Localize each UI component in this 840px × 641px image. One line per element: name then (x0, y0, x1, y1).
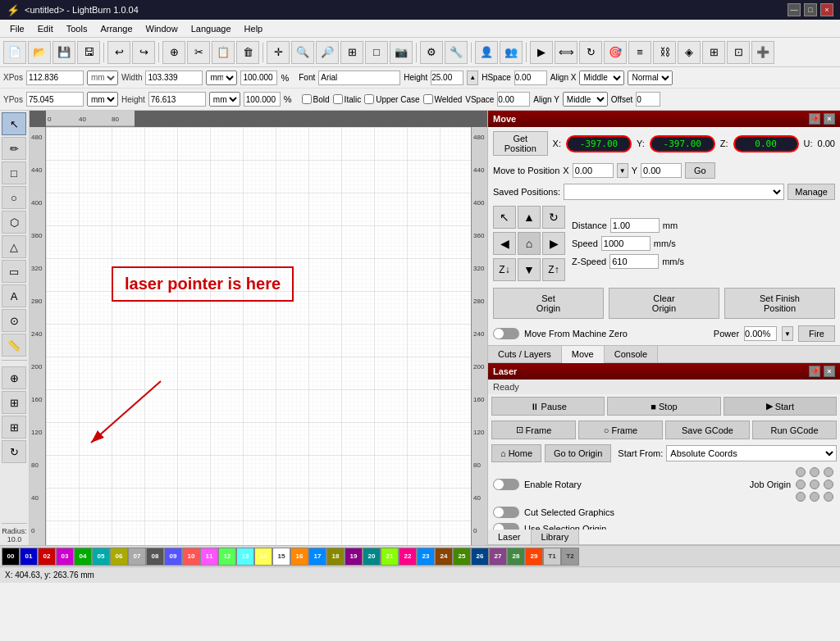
menu-language[interactable]: Language (185, 22, 238, 35)
power-input[interactable] (744, 326, 777, 341)
laser-panel-close[interactable]: × (824, 366, 835, 377)
zoom-in-button[interactable]: 🔍 (291, 41, 314, 64)
move-panel-close[interactable]: × (824, 113, 835, 125)
target-button[interactable]: 🎯 (604, 41, 627, 64)
goto-origin-button[interactable]: Go to Origin (545, 444, 611, 462)
font-height-up[interactable]: ▲ (467, 70, 478, 85)
color-swatch-07[interactable]: 07 (128, 548, 146, 566)
frame1-button[interactable]: ⊡ Frame (491, 421, 576, 439)
layers-button[interactable]: ≡ (628, 41, 651, 64)
color-swatch-19[interactable]: 19 (345, 548, 363, 566)
color-swatch-27[interactable]: 27 (489, 548, 507, 566)
color-swatch-29[interactable]: 29 (525, 548, 543, 566)
menu-help[interactable]: Help (238, 22, 270, 35)
enable-rotary-toggle[interactable] (493, 479, 519, 490)
dir-rotate-cw[interactable]: ↻ (542, 206, 565, 229)
color-swatch-15[interactable]: 15 (272, 548, 290, 566)
camera-button[interactable]: 📷 (390, 41, 413, 64)
copy-button[interactable]: ⊕ (162, 41, 185, 64)
color-swatch-14[interactable]: 14 (254, 548, 272, 566)
pattern-tool[interactable]: ⊞ (2, 416, 26, 439)
new-button[interactable]: 📄 (3, 41, 26, 64)
unit-select2[interactable]: mm (206, 70, 237, 85)
pause-button[interactable]: ⏸ Pause (491, 397, 605, 416)
color-swatch-06[interactable]: 06 (110, 548, 128, 566)
unit-select3[interactable]: mm (87, 92, 118, 107)
menu-window[interactable]: Window (139, 22, 185, 35)
vspace-input[interactable] (497, 92, 530, 107)
home-button[interactable]: ⌂ Home (491, 444, 541, 462)
speed-input[interactable] (601, 236, 651, 251)
canvas-area[interactable]: 0 40 80 120 160 200 240 280 320 360 400 … (30, 111, 487, 545)
cut-button[interactable]: ✂ (187, 41, 210, 64)
welded-check[interactable] (423, 94, 433, 104)
fire-button[interactable]: Fire (798, 325, 835, 342)
undo-button[interactable]: ↩ (107, 41, 130, 64)
width-pct-input[interactable] (240, 70, 277, 85)
manage-button[interactable]: Manage (788, 184, 835, 200)
dir-up[interactable]: ▲ (518, 206, 541, 229)
save-button[interactable]: 💾 (52, 41, 75, 64)
minimize-button[interactable]: — (788, 3, 801, 16)
color-swatch-17[interactable]: 17 (308, 548, 326, 566)
uppercase-check[interactable] (364, 94, 374, 104)
measure-tool[interactable]: 📏 (2, 334, 26, 357)
save-gcode-button[interactable]: Save GCode (665, 421, 750, 439)
hspace-input[interactable] (514, 70, 547, 85)
origin-dot-tl[interactable] (796, 467, 806, 477)
origin-dot-mr[interactable] (824, 480, 833, 489)
rotate-tool[interactable]: ↻ (2, 440, 26, 463)
color-swatch-02[interactable]: 02 (38, 548, 56, 566)
zoom-tool[interactable]: ⊕ (2, 366, 26, 389)
menu-file[interactable]: File (3, 22, 31, 35)
grid-tool[interactable]: ⊞ (2, 391, 26, 414)
move-from-zero-toggle[interactable] (493, 328, 519, 339)
rect-tool[interactable]: □ (2, 161, 26, 184)
height-input[interactable] (148, 92, 206, 107)
tab-move[interactable]: Move (562, 346, 605, 363)
tools-button[interactable]: 🔧 (445, 41, 468, 64)
run-gcode-button[interactable]: Run GCode (752, 421, 837, 439)
user2-button[interactable]: 👥 (500, 41, 523, 64)
color-swatch-00[interactable]: 00 (2, 548, 20, 566)
color-swatch-04[interactable]: 04 (74, 548, 92, 566)
color-swatch-18[interactable]: 18 (326, 548, 345, 566)
rotate-button[interactable]: ↻ (579, 41, 602, 64)
dir-home[interactable]: ⌂ (518, 232, 541, 255)
offset-input[interactable] (636, 92, 660, 107)
italic-check[interactable] (333, 94, 343, 104)
poly-tool[interactable]: △ (2, 235, 26, 258)
origin-dot-bl[interactable] (796, 492, 806, 502)
path-button[interactable]: ⛓ (653, 41, 676, 64)
color-swatch-09[interactable]: 09 (164, 548, 182, 566)
menu-edit[interactable]: Edit (31, 22, 60, 35)
dir-right[interactable]: ▶ (542, 232, 565, 255)
laser-tab[interactable]: Laser (488, 530, 532, 544)
color-swatch-23[interactable]: 23 (417, 548, 435, 566)
color-swatch-25[interactable]: 25 (453, 548, 471, 566)
offset-button[interactable]: ⊡ (727, 41, 750, 64)
grid-button[interactable]: ⊞ (702, 41, 725, 64)
play-button[interactable]: ▶ (530, 41, 553, 64)
origin-dot-ml[interactable] (796, 480, 806, 489)
close-button[interactable]: × (820, 3, 833, 16)
color-swatch-08[interactable]: 08 (146, 548, 164, 566)
get-position-button[interactable]: Get Position (493, 131, 548, 156)
cut-selected-toggle[interactable] (493, 507, 519, 518)
paste-button[interactable]: 📋 (212, 41, 235, 64)
library-tab[interactable]: Library (532, 530, 580, 544)
delete-button[interactable]: 🗑 (236, 41, 259, 64)
start-from-select[interactable]: Absolute Coords (666, 445, 837, 461)
color-swatch-22[interactable]: 22 (399, 548, 417, 566)
normal-select[interactable]: Normal (628, 70, 673, 85)
color-swatch-21[interactable]: 21 (381, 548, 399, 566)
font-input[interactable] (318, 70, 400, 85)
mirror-button[interactable]: ⟺ (555, 41, 578, 64)
power-spinner[interactable]: ▼ (782, 326, 793, 341)
x-expand-btn[interactable]: ▼ (617, 163, 628, 178)
redo-button[interactable]: ↪ (132, 41, 155, 64)
saved-positions-select[interactable] (564, 184, 784, 200)
laser-panel-pin[interactable]: 📌 (809, 366, 820, 377)
move-y-input[interactable] (641, 163, 682, 178)
save-as-button[interactable]: 🖫 (77, 41, 100, 64)
